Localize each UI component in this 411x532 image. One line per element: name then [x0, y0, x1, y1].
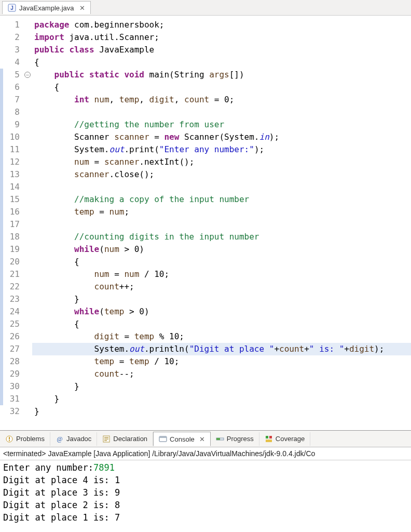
code-line[interactable] — [34, 106, 411, 118]
code-line[interactable]: count--; — [34, 368, 411, 380]
problems-icon — [5, 435, 13, 443]
code-line[interactable]: } — [34, 380, 411, 393]
svg-rect-12 — [269, 436, 272, 438]
code-line[interactable]: scanner.close(); — [34, 168, 411, 181]
code-line[interactable] — [34, 181, 411, 193]
code-line[interactable]: num = num / 10; — [34, 268, 411, 281]
progress-icon — [216, 435, 224, 443]
close-icon[interactable]: ✕ — [79, 4, 85, 12]
editor-tab-bar: J JavaExample.java ✕ — [0, 0, 411, 16]
line-number: 32 — [0, 405, 20, 418]
svg-rect-13 — [266, 440, 272, 442]
code-line[interactable]: int num, temp, digit, count = 0; — [34, 94, 411, 106]
tab-label: Progress — [227, 435, 254, 443]
console-line: Digit at place 3 is: 9 — [3, 486, 408, 499]
coverage-icon — [265, 435, 273, 443]
console-line: Digit at place 2 is: 8 — [3, 499, 408, 511]
code-line[interactable]: import java.util.Scanner; — [34, 31, 411, 44]
code-editor[interactable]: 1234567891011121314151617181920212223242… — [0, 16, 411, 421]
tab-declaration[interactable]: Declaration — [97, 432, 153, 446]
tab-problems[interactable]: Problems — [0, 432, 50, 446]
code-line[interactable]: } — [34, 405, 411, 418]
svg-rect-8 — [159, 436, 167, 438]
console-line: Digit at place 4 is: 1 — [3, 474, 408, 486]
change-marker — [0, 69, 3, 405]
console-prompt: Enter any number: — [3, 462, 93, 473]
code-line[interactable]: //making a copy of the input number — [34, 193, 411, 206]
code-line[interactable]: public static void main(String args[]) — [34, 69, 411, 81]
java-file-icon: J — [8, 4, 16, 12]
bottom-panel: Problems @ Javadoc Declaration Console ✕ — [0, 430, 411, 525]
tab-label: Problems — [16, 435, 45, 443]
tab-javadoc[interactable]: @ Javadoc — [50, 432, 97, 446]
declaration-icon — [102, 435, 111, 443]
code-line[interactable]: { — [34, 256, 411, 268]
code-line[interactable]: digit = temp % 10; — [34, 330, 411, 343]
tab-label: Javadoc — [66, 435, 91, 443]
tab-coverage[interactable]: Coverage — [259, 432, 310, 446]
code-line[interactable]: Scanner scanner = new Scanner(System.in)… — [34, 131, 411, 143]
code-line[interactable]: { — [34, 56, 411, 69]
code-line[interactable]: while(num > 0) — [34, 243, 411, 256]
console-output[interactable]: Enter any number:7891 Digit at place 4 i… — [0, 460, 411, 525]
close-icon[interactable]: ✕ — [199, 435, 205, 443]
svg-rect-4 — [9, 440, 10, 441]
views-tab-bar: Problems @ Javadoc Declaration Console ✕ — [0, 431, 411, 447]
fold-column: – — [23, 16, 32, 421]
line-number: 2 — [0, 31, 20, 44]
line-number-gutter: 1234567891011121314151617181920212223242… — [0, 16, 23, 421]
code-line[interactable]: //getting the number from user — [34, 118, 411, 131]
tab-label: Coverage — [276, 435, 305, 443]
code-line[interactable]: temp = num; — [34, 206, 411, 218]
code-line[interactable]: count++; — [34, 281, 411, 293]
line-number: 4 — [0, 56, 20, 69]
console-status: <terminated> JavaExample [Java Applicati… — [0, 447, 411, 460]
svg-text:@: @ — [57, 435, 62, 443]
svg-rect-11 — [266, 436, 268, 438]
line-number: 1 — [0, 19, 20, 31]
tab-progress[interactable]: Progress — [211, 432, 259, 446]
console-user-input: 7891 — [93, 462, 115, 473]
editor-tab[interactable]: J JavaExample.java ✕ — [2, 1, 91, 14]
code-line[interactable]: System.out.println("Digit at place "+cou… — [34, 343, 411, 355]
code-line[interactable]: while(temp > 0) — [34, 305, 411, 318]
javadoc-icon: @ — [56, 435, 64, 443]
tab-label: Console — [170, 435, 195, 443]
svg-rect-3 — [9, 437, 10, 440]
code-line[interactable]: System.out.print("Enter any number:"); — [34, 143, 411, 156]
code-line[interactable]: { — [34, 318, 411, 330]
code-area[interactable]: package com.beginnersbook;import java.ut… — [32, 16, 411, 421]
code-line[interactable]: package com.beginnersbook; — [34, 19, 411, 31]
console-line: Digit at place 1 is: 7 — [3, 511, 408, 524]
code-line[interactable]: { — [34, 81, 411, 94]
code-line[interactable]: public class JavaExample — [34, 44, 411, 56]
code-line[interactable]: } — [34, 393, 411, 405]
code-line[interactable]: temp = temp / 10; — [34, 355, 411, 368]
svg-rect-10 — [216, 438, 220, 440]
code-line[interactable] — [34, 218, 411, 231]
code-line[interactable]: //counting digits in the input number — [34, 231, 411, 243]
line-number: 3 — [0, 44, 20, 56]
svg-text:J: J — [10, 5, 13, 11]
tab-console[interactable]: Console ✕ — [153, 432, 211, 446]
fold-toggle-icon[interactable]: – — [24, 72, 31, 78]
code-line[interactable]: } — [34, 293, 411, 305]
code-line[interactable]: num = scanner.nextInt(); — [34, 156, 411, 168]
console-icon — [159, 435, 167, 443]
tab-label: Declaration — [113, 435, 147, 443]
editor-tab-label: JavaExample.java — [19, 4, 74, 12]
